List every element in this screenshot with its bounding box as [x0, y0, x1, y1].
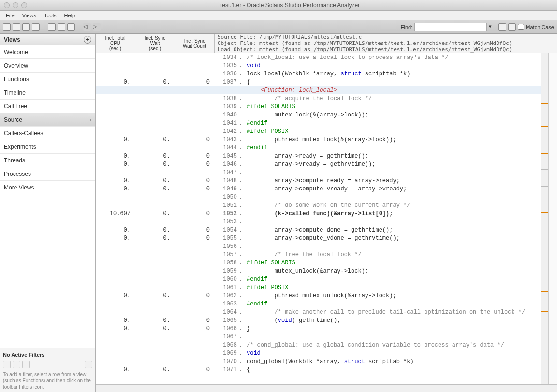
- filter-icon[interactable]: [48, 23, 56, 31]
- sidebar: Views + WelcomeOverviewFunctionsTimeline…: [0, 34, 96, 392]
- sidebar-item-threads[interactable]: Threads: [0, 154, 95, 167]
- source-row[interactable]: 0.0.01048. array->compute_ready = array-…: [96, 176, 541, 185]
- code-body[interactable]: 1034./* lock_local: use a local lock to …: [96, 53, 541, 384]
- code-text: /* do some work on the current array */: [247, 202, 541, 209]
- menubar: File Views Tools Help: [0, 11, 557, 20]
- minimize-icon[interactable]: [13, 2, 18, 8]
- toolbar-icon-4[interactable]: [32, 23, 40, 31]
- line-number: 1064: [215, 309, 239, 316]
- source-row[interactable]: 1041.#endif: [96, 119, 541, 127]
- close-icon[interactable]: [4, 2, 10, 8]
- source-row[interactable]: 0.0.01043. pthread_mutex_lock(&(array->l…: [96, 135, 541, 144]
- source-row[interactable]: 1035.void: [96, 61, 541, 70]
- redo-icon[interactable]: [13, 361, 20, 368]
- col-sync-wait[interactable]: Incl. Sync Wait (sec.): [135, 34, 175, 53]
- metric-swc: 0: [175, 235, 215, 242]
- source-row[interactable]: 1056.: [96, 242, 541, 250]
- col-sync-wait-count[interactable]: Incl. Sync Wait Count: [175, 34, 215, 53]
- source-row[interactable]: 10.6070.01052. (k->called_func)(&array->…: [96, 209, 541, 218]
- source-row[interactable]: 0.0.01037.{: [96, 78, 541, 86]
- sidebar-item-welcome[interactable]: Welcome: [0, 45, 95, 59]
- toolbar-icon-3[interactable]: [22, 23, 30, 31]
- line-number: 1048: [215, 177, 239, 184]
- sidebar-item-more-views-[interactable]: More Views...: [0, 181, 95, 194]
- undo-icon[interactable]: [3, 361, 11, 368]
- add-view-icon[interactable]: +: [84, 36, 91, 44]
- source-row[interactable]: 0.0.01045. array->ready = gethrtime();: [96, 152, 541, 160]
- metric-swc: 0: [175, 210, 215, 217]
- menu-file[interactable]: File: [3, 12, 17, 19]
- sidebar-item-functions[interactable]: Functions: [0, 73, 95, 86]
- find-input[interactable]: [414, 23, 487, 31]
- menu-views[interactable]: Views: [19, 12, 39, 19]
- source-row[interactable]: 1042.#ifdef POSIX: [96, 127, 541, 135]
- metric-cpu: 0.: [96, 79, 135, 86]
- source-row[interactable]: 1063.#endif: [96, 300, 541, 308]
- source-row[interactable]: 1057. /* free the local lock */: [96, 250, 541, 259]
- find-next-icon[interactable]: [508, 23, 516, 31]
- source-row[interactable]: 1053.: [96, 218, 541, 226]
- source-row[interactable]: 1059. mutex_unlock(&array->lock);: [96, 267, 541, 275]
- source-row[interactable]: 1069.void: [96, 349, 541, 357]
- source-row[interactable]: 1067.: [96, 333, 541, 341]
- window-controls[interactable]: [4, 2, 27, 8]
- sidebar-item-processes[interactable]: Processes: [0, 167, 95, 181]
- source-row[interactable]: 1044.#endif: [96, 144, 541, 152]
- source-row[interactable]: 0.0.01065. (void) gethrtime();: [96, 316, 541, 324]
- source-row[interactable]: 1060.#endif: [96, 275, 541, 283]
- source-row[interactable]: 1039.#ifdef SOLARIS: [96, 102, 541, 111]
- line-number: 1042: [215, 128, 239, 135]
- menu-help[interactable]: Help: [61, 12, 78, 19]
- line-dot: .: [239, 54, 247, 61]
- source-row[interactable]: 0.0.01046. array->vready = gethrvtime();: [96, 160, 541, 168]
- source-row[interactable]: <Function: lock_local>: [96, 86, 541, 94]
- funnel-icon[interactable]: [85, 361, 92, 368]
- find-prev-icon[interactable]: [498, 23, 506, 31]
- source-row[interactable]: 1050.: [96, 193, 541, 201]
- sidebar-item-overview[interactable]: Overview: [0, 59, 95, 73]
- source-row[interactable]: 0.0.01049. array->compute_vready = array…: [96, 185, 541, 193]
- zoom-icon[interactable]: [21, 2, 27, 8]
- source-row[interactable]: 1051. /* do some work on the current arr…: [96, 201, 541, 209]
- source-row[interactable]: 1038. /* acquire the local lock */: [96, 94, 541, 102]
- source-row[interactable]: 0.0.01071.{: [96, 365, 541, 374]
- vertical-scrollbar[interactable]: [541, 53, 548, 384]
- source-row[interactable]: 1058.#ifdef SOLARIS: [96, 259, 541, 267]
- col-cpu[interactable]: Incl. Total CPU (sec.): [96, 34, 135, 53]
- sidebar-item-source[interactable]: Source›: [0, 113, 95, 127]
- match-case-input[interactable]: [518, 24, 524, 30]
- source-row[interactable]: 1034./* lock_local: use a local lock to …: [96, 53, 541, 61]
- source-row[interactable]: 0.0.01066.}: [96, 324, 541, 333]
- gear-icon[interactable]: [58, 23, 65, 31]
- code-text: (void) gethrtime();: [247, 317, 541, 324]
- line-number: 1058: [215, 260, 239, 266]
- metric-sw: 0.: [135, 325, 175, 332]
- source-row[interactable]: 1036.lock_local(Workblk *array, struct s…: [96, 70, 541, 78]
- source-row[interactable]: 0.0.01062. pthread_mutex_unlock(&array->…: [96, 291, 541, 300]
- line-number: 1038: [215, 95, 239, 102]
- dropdown-icon[interactable]: ▾: [489, 23, 497, 31]
- source-row[interactable]: 1070.cond_global(Workblk *array, struct …: [96, 357, 541, 365]
- delete-icon[interactable]: [22, 361, 30, 368]
- toolbar-icon-2[interactable]: [13, 23, 20, 31]
- sidebar-item-timeline[interactable]: Timeline: [0, 86, 95, 100]
- source-row[interactable]: 1064. /* make another call to preclude t…: [96, 308, 541, 316]
- info-icon[interactable]: [67, 23, 75, 31]
- menu-tools[interactable]: Tools: [41, 12, 59, 19]
- metric-sw: 0.: [135, 79, 175, 86]
- source-row[interactable]: 1047.: [96, 168, 541, 176]
- source-row[interactable]: 1040. mutex_lock(&(array->lock));: [96, 111, 541, 119]
- sidebar-item-experiments[interactable]: Experiments: [0, 140, 95, 154]
- source-row[interactable]: 0.0.01055. array->compute_vdone = gethrv…: [96, 234, 541, 242]
- source-row[interactable]: 1068./* cond_global: use a global condit…: [96, 341, 541, 349]
- source-row[interactable]: 1061.#ifdef POSIX: [96, 283, 541, 291]
- sidebar-item-callers-callees[interactable]: Callers-Callees: [0, 127, 95, 140]
- sidebar-item-call-tree[interactable]: Call Tree: [0, 100, 95, 113]
- source-row[interactable]: 0.0.01054. array->compute_done = gethrti…: [96, 226, 541, 234]
- nav-back-icon[interactable]: ◁: [83, 23, 91, 31]
- match-case-checkbox[interactable]: Match Case: [518, 24, 554, 30]
- horizontal-scrollbar[interactable]: [96, 384, 557, 392]
- nav-fwd-icon[interactable]: ▷: [93, 23, 101, 31]
- line-dot: .: [239, 350, 247, 357]
- toolbar-icon-1[interactable]: [3, 23, 11, 31]
